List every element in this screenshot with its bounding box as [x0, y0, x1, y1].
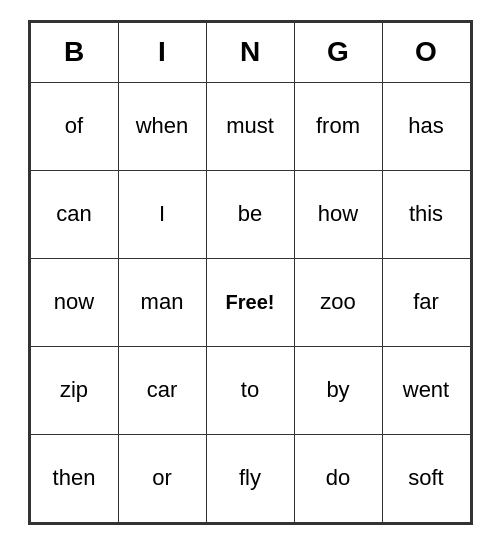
header-o: O	[382, 22, 470, 82]
cell-r2-c4: far	[382, 258, 470, 346]
table-row: thenorflydosoft	[30, 434, 470, 522]
cell-r1-c2: be	[206, 170, 294, 258]
cell-r1-c0: can	[30, 170, 118, 258]
header-i: I	[118, 22, 206, 82]
cell-r4-c0: then	[30, 434, 118, 522]
cell-r2-c3: zoo	[294, 258, 382, 346]
header-row: B I N G O	[30, 22, 470, 82]
cell-r0-c4: has	[382, 82, 470, 170]
cell-r3-c4: went	[382, 346, 470, 434]
cell-r0-c3: from	[294, 82, 382, 170]
cell-r2-c2: Free!	[206, 258, 294, 346]
table-row: nowmanFree!zoofar	[30, 258, 470, 346]
cell-r4-c2: fly	[206, 434, 294, 522]
bingo-card: B I N G O ofwhenmustfromhascanIbehowthis…	[28, 20, 473, 525]
table-row: ofwhenmustfromhas	[30, 82, 470, 170]
cell-r1-c4: this	[382, 170, 470, 258]
cell-r3-c1: car	[118, 346, 206, 434]
cell-r0-c2: must	[206, 82, 294, 170]
cell-r4-c4: soft	[382, 434, 470, 522]
cell-r3-c3: by	[294, 346, 382, 434]
cell-r1-c3: how	[294, 170, 382, 258]
cell-r3-c0: zip	[30, 346, 118, 434]
cell-r4-c3: do	[294, 434, 382, 522]
header-g: G	[294, 22, 382, 82]
table-row: canIbehowthis	[30, 170, 470, 258]
cell-r0-c0: of	[30, 82, 118, 170]
cell-r3-c2: to	[206, 346, 294, 434]
cell-r0-c1: when	[118, 82, 206, 170]
cell-r4-c1: or	[118, 434, 206, 522]
cell-r2-c0: now	[30, 258, 118, 346]
header-n: N	[206, 22, 294, 82]
cell-r1-c1: I	[118, 170, 206, 258]
cell-r2-c1: man	[118, 258, 206, 346]
table-row: zipcartobywent	[30, 346, 470, 434]
header-b: B	[30, 22, 118, 82]
